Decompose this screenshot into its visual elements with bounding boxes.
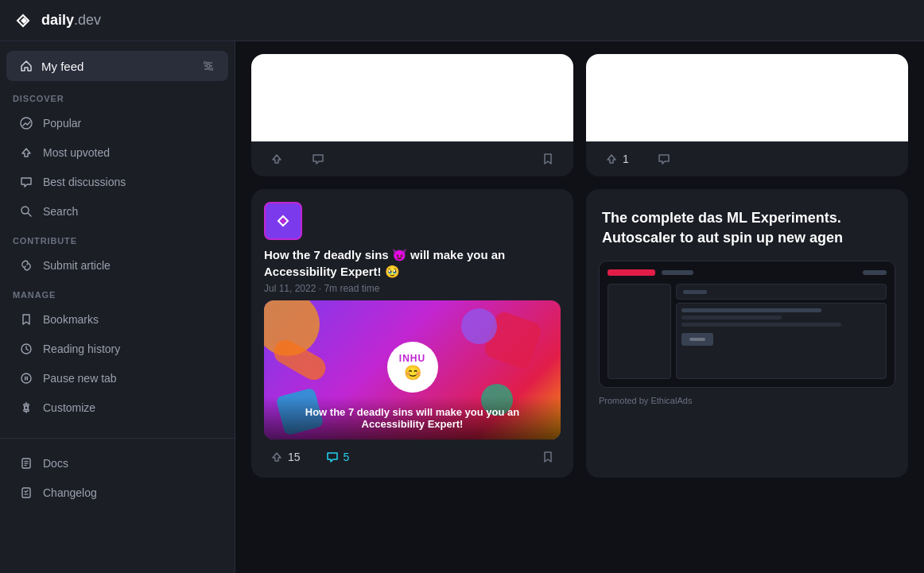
docs-icon: [19, 456, 33, 470]
content-area: 1: [235, 41, 924, 573]
changelog-label: Changelog: [43, 486, 97, 499]
article-card[interactable]: How the 7 deadly sins 😈 will make you an…: [251, 189, 573, 478]
changelog-icon: [19, 486, 33, 500]
link-icon: [19, 258, 33, 273]
inhu-text: INHU: [399, 353, 425, 364]
card-actions-right: 1: [586, 141, 908, 176]
article-image-overlay: How the 7 deadly sins will make you you …: [264, 397, 561, 439]
promoted-card[interactable]: The complete das ML Experiments. Autosca…: [586, 189, 908, 478]
article-comment-count: 5: [344, 451, 350, 463]
promoted-screenshot: [599, 261, 895, 388]
reading-history-label: Reading history: [43, 343, 120, 355]
manage-section-label: Manage: [0, 281, 235, 304]
article-meta: Jul 11, 2022 · 7m read time: [251, 283, 573, 300]
article-upvote-count: 15: [288, 451, 301, 463]
svg-point-25: [281, 219, 285, 223]
card-top-right[interactable]: 1: [586, 54, 908, 176]
comment-icon-left: [312, 153, 324, 165]
docs-label: Docs: [43, 457, 68, 470]
bottom-cards-row: How the 7 deadly sins 😈 will make you an…: [251, 189, 908, 478]
search-label: Search: [43, 205, 78, 218]
customize-label: Customize: [43, 401, 95, 414]
sidebar: My feed Discover: [0, 41, 235, 573]
comment-button-left[interactable]: [305, 149, 331, 168]
card-top-left[interactable]: [251, 54, 573, 176]
discover-section-label: Discover: [0, 84, 235, 108]
comment-button-right[interactable]: [651, 149, 677, 168]
article-header: [251, 189, 573, 246]
contribute-section-label: Contribute: [0, 226, 235, 250]
my-feed-label: My feed: [41, 60, 83, 73]
svg-rect-15: [25, 377, 26, 381]
top-cards-row: 1: [251, 54, 908, 176]
sidebar-item-docs[interactable]: Docs: [6, 449, 228, 478]
sidebar-item-changelog[interactable]: Changelog: [6, 478, 228, 507]
sidebar-my-feed[interactable]: My feed: [6, 51, 228, 81]
overlay-text: How the 7 deadly sins will make you you …: [305, 406, 519, 430]
history-icon: [19, 342, 33, 356]
logo[interactable]: daily.dev: [13, 10, 101, 32]
submit-article-label: Submit article: [43, 259, 111, 272]
pause-icon: [19, 371, 33, 385]
svg-point-14: [21, 374, 31, 383]
article-image: INHU 😊 How the 7 deadly sins will make y…: [264, 300, 561, 439]
sidebar-item-search[interactable]: Search: [6, 197, 228, 226]
logo-text: daily.dev: [41, 12, 101, 29]
home-icon: [19, 59, 33, 73]
popular-label: Popular: [43, 117, 81, 130]
trending-icon: [19, 116, 33, 130]
upvote-icon-left: [270, 153, 283, 165]
bookmarks-label: Bookmarks: [43, 313, 99, 326]
main-layout: My feed Discover: [0, 41, 924, 573]
inhu-badge: INHU 😊: [387, 342, 438, 393]
most-upvoted-label: Most upvoted: [43, 146, 110, 159]
my-feed-left: My feed: [19, 59, 83, 73]
sidebar-bottom: Docs Changelog: [0, 438, 235, 507]
pause-new-tab-label: Pause new tab: [43, 372, 117, 385]
upvote-button-left[interactable]: [264, 149, 289, 168]
best-discussions-label: Best discussions: [43, 176, 126, 188]
gear-icon: [19, 401, 33, 415]
article-actions: 15 5: [251, 439, 573, 478]
article-read-time: 7m read time: [324, 283, 379, 294]
bookmark-icon-left: [542, 153, 554, 165]
promoted-title: The complete das ML Experiments. Autosca…: [586, 189, 908, 261]
sidebar-item-popular[interactable]: Popular: [6, 109, 228, 137]
sidebar-item-bookmarks[interactable]: Bookmarks: [6, 305, 228, 334]
upvote-icon: [19, 145, 33, 160]
upvote-icon-right: [605, 153, 618, 165]
comment-icon-right: [658, 153, 670, 165]
bookmark-icon: [19, 312, 33, 327]
card-image-top-left: [251, 54, 573, 141]
article-date: Jul 11, 2022: [264, 283, 316, 294]
sidebar-item-best-discussions[interactable]: Best discussions: [6, 168, 228, 196]
feed-settings-icon: [201, 59, 215, 73]
search-icon: [19, 204, 33, 219]
sidebar-item-customize[interactable]: Customize: [6, 393, 228, 422]
upvote-button-right[interactable]: 1: [599, 149, 635, 168]
article-comment-button[interactable]: 5: [320, 447, 356, 467]
source-avatar: [264, 202, 302, 240]
article-comment-icon: [326, 451, 339, 463]
svg-rect-22: [22, 488, 30, 498]
sidebar-item-reading-history[interactable]: Reading history: [6, 335, 228, 363]
svg-rect-16: [27, 377, 29, 381]
svg-point-1: [207, 64, 210, 68]
card-actions-left: [251, 141, 573, 176]
article-upvote-button[interactable]: 15: [264, 447, 307, 467]
sidebar-item-submit-article[interactable]: Submit article: [6, 251, 228, 280]
svg-point-7: [211, 68, 213, 71]
article-title: How the 7 deadly sins 😈 will make you an…: [264, 246, 561, 280]
upvote-count-right: 1: [623, 153, 629, 165]
svg-line-12: [28, 213, 31, 216]
promoted-label: Promoted by EthicalAds: [586, 388, 908, 413]
article-upvote-icon: [270, 451, 283, 463]
article-bookmark-button[interactable]: [535, 447, 561, 467]
card-image-top-right: [586, 54, 908, 141]
topbar: daily.dev: [0, 0, 924, 41]
article-bookmark-icon: [542, 451, 554, 463]
sidebar-item-pause-new-tab[interactable]: Pause new tab: [6, 364, 228, 393]
bookmark-button-left[interactable]: [535, 149, 561, 168]
sidebar-item-most-upvoted[interactable]: Most upvoted: [6, 138, 228, 167]
discussion-icon: [19, 175, 33, 189]
